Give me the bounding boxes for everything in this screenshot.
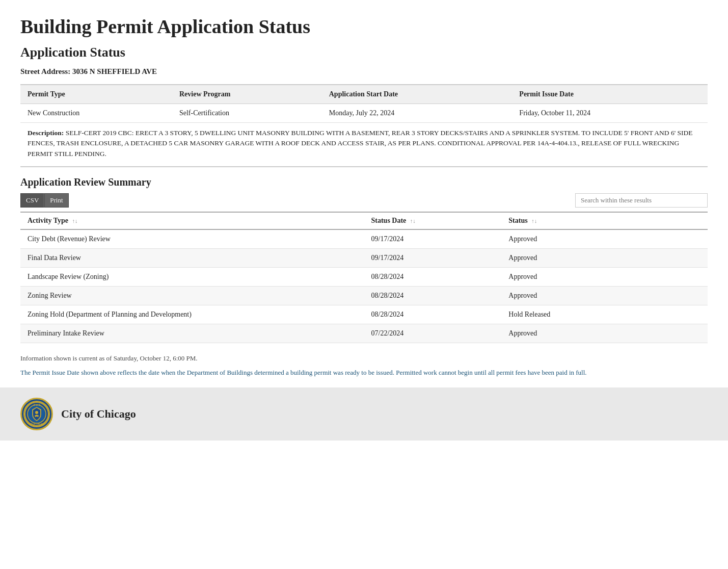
toolbar: CSV Print [20,193,708,208]
page-title: Building Permit Application Status [20,15,708,38]
csv-button[interactable]: CSV [20,193,44,208]
review-table-row: Zoning Review08/28/2024Approved [20,286,708,305]
toolbar-left: CSV Print [20,193,69,208]
street-address-label: Street Address: [20,67,70,75]
col-status-date: Status Date ↑↓ [364,212,502,229]
activity-type-cell: Final Data Review [20,248,364,267]
col-permit-type: Permit Type [20,85,172,104]
status-sort-icon[interactable]: ↑↓ [531,218,537,224]
review-program-cell: Self-Certification [172,104,322,123]
status-date-cell: 08/28/2024 [364,267,502,286]
review-table-row: Final Data Review09/17/2024Approved [20,248,708,267]
description-text: SELF-CERT 2019 CBC: ERECT A 3 STORY, 5 D… [28,129,693,158]
activity-type-cell: Zoning Review [20,286,364,305]
permit-row: New Construction Self-Certification Mond… [20,104,708,123]
review-table-row: Landscape Review (Zoning)08/28/2024Appro… [20,267,708,286]
search-input[interactable] [575,193,708,208]
footer-city-name: City of Chicago [61,407,136,421]
review-table-row: Preliminary Intake Review07/22/2024Appro… [20,324,708,343]
street-address: Street Address: 3036 N SHEFFIELD AVE [20,67,708,76]
app-start-date-cell: Monday, July 22, 2024 [322,104,513,123]
status-date-sort-icon[interactable]: ↑↓ [410,218,416,224]
description-block: Description: SELF-CERT 2019 CBC: ERECT A… [20,123,708,167]
svg-point-2 [35,411,38,414]
review-table-row: Zoning Hold (Department of Planning and … [20,305,708,324]
status-cell: Approved [501,248,708,267]
status-date-cell: 07/22/2024 [364,324,502,343]
col-activity-type: Activity Type ↑↓ [20,212,364,229]
status-date-cell: 08/28/2024 [364,305,502,324]
review-table-row: City Debt (Revenue) Review09/17/2024Appr… [20,229,708,249]
activity-type-cell: Zoning Hold (Department of Planning and … [20,305,364,324]
col-status: Status ↑↓ [501,212,708,229]
print-button[interactable]: Print [44,193,68,208]
review-summary-title: Application Review Summary [20,176,708,188]
footer: ★ ★ ★ CITY OF CHICAGO City of Chicago [0,387,728,441]
permit-table: Permit Type Review Program Application S… [20,84,708,123]
description-label: Description: [28,129,64,137]
status-cell: Approved [501,286,708,305]
permit-note: The Permit Issue Date shown above reflec… [20,368,708,378]
activity-type-cell: Landscape Review (Zoning) [20,267,364,286]
city-seal: ★ ★ ★ CITY OF CHICAGO [20,398,53,430]
status-cell: Approved [501,267,708,286]
permit-issue-date-cell: Friday, October 11, 2024 [512,104,708,123]
status-date-cell: 08/28/2024 [364,286,502,305]
svg-text:★ ★ ★: ★ ★ ★ [33,403,41,406]
search-wrapper [575,193,708,208]
seal-inner: ★ ★ ★ CITY OF CHICAGO [23,401,50,427]
street-address-value: 3036 N SHEFFIELD AVE [72,67,157,75]
col-permit-issue-date: Permit Issue Date [512,85,708,104]
col-review-program: Review Program [172,85,322,104]
status-date-cell: 09/17/2024 [364,229,502,249]
status-date-cell: 09/17/2024 [364,248,502,267]
permit-type-cell: New Construction [20,104,172,123]
activity-type-cell: Preliminary Intake Review [20,324,364,343]
status-cell: Approved [501,229,708,249]
status-cell: Hold Released [501,305,708,324]
review-table: Activity Type ↑↓ Status Date ↑↓ Status ↑… [20,212,708,343]
col-app-start-date: Application Start Date [322,85,513,104]
status-cell: Approved [501,324,708,343]
section-title: Application Status [20,45,708,60]
info-note: Information shown is current as of Satur… [20,350,708,363]
activity-sort-icon[interactable]: ↑↓ [72,218,77,224]
svg-text:CITY OF CHICAGO: CITY OF CHICAGO [29,423,45,425]
activity-type-cell: City Debt (Revenue) Review [20,229,364,249]
